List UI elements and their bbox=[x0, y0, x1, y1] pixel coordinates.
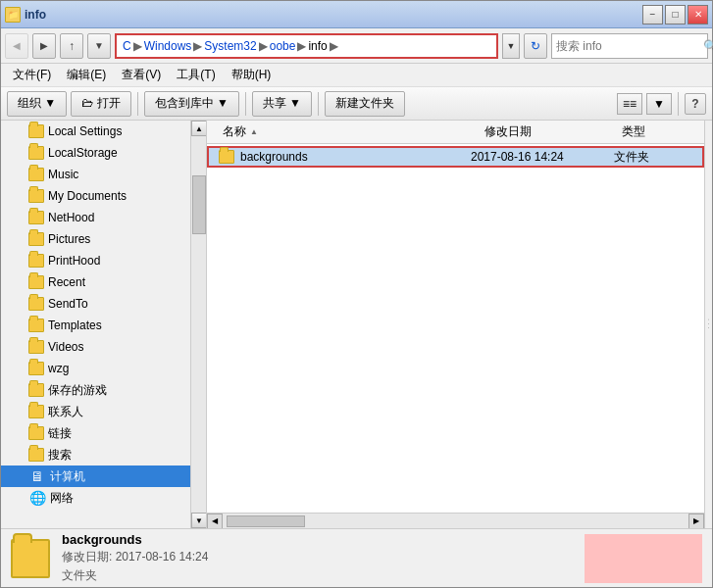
sidebar-label: 搜索 bbox=[48, 447, 72, 464]
status-folder-icon bbox=[11, 539, 50, 578]
toolbar-separator-2 bbox=[245, 92, 246, 116]
breadcrumb-oobe[interactable]: oobe bbox=[270, 39, 296, 53]
h-scroll-left[interactable]: ◀ bbox=[207, 514, 223, 529]
include-button[interactable]: 包含到库中 ▼ bbox=[144, 91, 239, 117]
share-button[interactable]: 共享 ▼ bbox=[252, 91, 312, 117]
view-dropdown-button[interactable]: ▼ bbox=[646, 93, 672, 115]
sidebar-scrollbar: ▲ ▼ bbox=[190, 121, 206, 528]
sidebar-item-pictures[interactable]: Pictures bbox=[1, 228, 190, 250]
resize-dots: ··· bbox=[704, 318, 712, 331]
folder-icon bbox=[28, 426, 44, 440]
sidebar-item-wzg[interactable]: wzg bbox=[1, 358, 190, 379]
organize-label: 组织 ▼ bbox=[18, 95, 56, 112]
help-button[interactable]: ? bbox=[685, 93, 706, 115]
maximize-button[interactable]: □ bbox=[665, 5, 686, 24]
folder-icon bbox=[28, 405, 44, 418]
scroll-track bbox=[191, 136, 206, 513]
col-name-label: 名称 bbox=[223, 123, 246, 140]
status-date: 修改日期: 2017-08-16 14:24 bbox=[62, 549, 208, 565]
include-label: 包含到库中 ▼ bbox=[155, 95, 229, 112]
folder-icon bbox=[28, 297, 44, 311]
folder-icon bbox=[28, 318, 44, 332]
sidebar-label: 计算机 bbox=[50, 468, 85, 485]
sidebar-label: My Documents bbox=[48, 189, 127, 203]
sidebar-item-localstorage[interactable]: LocalStorage bbox=[1, 142, 190, 164]
sep5: ▶ bbox=[330, 39, 338, 53]
open-button[interactable]: 🗁 打开 bbox=[71, 91, 130, 117]
open-label: 🗁 打开 bbox=[81, 95, 120, 112]
sidebar-item-saved-games[interactable]: 保存的游戏 bbox=[1, 379, 190, 401]
sidebar-item-search[interactable]: 搜索 bbox=[1, 444, 190, 466]
scroll-down-button[interactable]: ▼ bbox=[191, 513, 207, 528]
forward-button[interactable]: ▶ bbox=[32, 33, 56, 59]
view-button[interactable]: ≡≡ bbox=[617, 93, 642, 115]
new-folder-button[interactable]: 新建文件夹 bbox=[325, 91, 405, 117]
folder-icon bbox=[28, 189, 44, 203]
menu-edit[interactable]: 编辑(E) bbox=[59, 64, 114, 86]
window: 📁 info − □ ✕ ◀ ▶ ↑ ▼ C ▶ Windows ▶ Syste… bbox=[0, 0, 713, 588]
breadcrumb-info: info bbox=[308, 39, 327, 53]
sidebar-item-my-documents[interactable]: My Documents bbox=[1, 185, 190, 207]
menu-help[interactable]: 帮助(H) bbox=[224, 64, 280, 86]
sidebar-label: PrintHood bbox=[48, 254, 100, 268]
toolbar-separator-1 bbox=[137, 92, 138, 116]
h-scroll-track bbox=[223, 514, 688, 529]
sidebar-label: wzg bbox=[48, 362, 69, 375]
title-controls: − □ ✕ bbox=[642, 5, 708, 24]
breadcrumb-c[interactable]: C bbox=[123, 39, 131, 53]
status-info: backgrounds 修改日期: 2017-08-16 14:24 文件夹 bbox=[62, 532, 208, 584]
status-folder-name: backgrounds bbox=[62, 532, 208, 547]
file-item-backgrounds[interactable]: backgrounds 2017-08-16 14:24 文件夹 bbox=[207, 146, 704, 168]
sidebar-list: Local Settings LocalStorage Music My Doc… bbox=[1, 121, 190, 528]
organize-button[interactable]: 组织 ▼ bbox=[7, 91, 67, 117]
refresh-button[interactable]: ↻ bbox=[524, 33, 547, 59]
scroll-thumb[interactable] bbox=[192, 175, 206, 234]
col-header-date[interactable]: 修改日期 bbox=[479, 121, 616, 143]
folder-icon bbox=[28, 232, 44, 246]
sidebar-item-printhood[interactable]: PrintHood bbox=[1, 250, 190, 271]
toolbar-separator-3 bbox=[318, 92, 319, 116]
search-button[interactable]: 🔍 bbox=[703, 35, 713, 57]
sidebar-item-nethood[interactable]: NetHood bbox=[1, 207, 190, 228]
close-button[interactable]: ✕ bbox=[688, 5, 708, 24]
folder-icon bbox=[28, 211, 44, 224]
up-button[interactable]: ↑ bbox=[60, 33, 83, 59]
search-input[interactable] bbox=[556, 39, 703, 53]
sidebar-item-contacts[interactable]: 联系人 bbox=[1, 401, 190, 422]
breadcrumb-dropdown[interactable]: ▼ bbox=[502, 33, 520, 59]
h-scroll-thumb[interactable] bbox=[227, 515, 305, 527]
col-header-type[interactable]: 类型 bbox=[616, 121, 694, 143]
col-header-name[interactable]: 名称 ▲ bbox=[217, 121, 479, 143]
nav-bar: ◀ ▶ ↑ ▼ C ▶ Windows ▶ System32 ▶ oobe ▶ … bbox=[1, 28, 712, 64]
h-scroll-right[interactable]: ▶ bbox=[688, 514, 704, 529]
scroll-up-button[interactable]: ▲ bbox=[191, 121, 207, 136]
sidebar-label: 联系人 bbox=[48, 404, 83, 420]
sidebar-label: NetHood bbox=[48, 211, 94, 224]
sidebar-item-local-settings[interactable]: Local Settings bbox=[1, 121, 190, 142]
title-bar: 📁 info − □ ✕ bbox=[1, 1, 712, 28]
status-right-panel bbox=[585, 534, 702, 583]
breadcrumb-system32[interactable]: System32 bbox=[204, 39, 256, 53]
sidebar-item-music[interactable]: Music bbox=[1, 164, 190, 185]
minimize-button[interactable]: − bbox=[642, 5, 663, 24]
resize-handle[interactable]: ··· bbox=[704, 121, 712, 528]
sidebar: Local Settings LocalStorage Music My Doc… bbox=[1, 121, 207, 528]
breadcrumb-windows[interactable]: Windows bbox=[144, 39, 192, 53]
sidebar-label: LocalStorage bbox=[48, 146, 118, 160]
back-button[interactable]: ◀ bbox=[5, 33, 28, 59]
sidebar-item-links[interactable]: 链接 bbox=[1, 422, 190, 444]
status-bar: backgrounds 修改日期: 2017-08-16 14:24 文件夹 bbox=[1, 528, 712, 587]
sidebar-item-network[interactable]: 🌐 网络 bbox=[1, 487, 190, 509]
menu-tools[interactable]: 工具(T) bbox=[169, 64, 223, 86]
menu-file[interactable]: 文件(F) bbox=[5, 64, 59, 86]
sidebar-item-videos[interactable]: Videos bbox=[1, 336, 190, 358]
window-icon: 📁 bbox=[5, 7, 21, 23]
sidebar-item-sendto[interactable]: SendTo bbox=[1, 293, 190, 315]
sidebar-item-computer[interactable]: 🖥 计算机 bbox=[1, 466, 190, 487]
sidebar-item-recent[interactable]: Recent bbox=[1, 271, 190, 293]
sidebar-label: 网络 bbox=[50, 490, 74, 507]
recent-button[interactable]: ▼ bbox=[87, 33, 111, 59]
menu-view[interactable]: 查看(V) bbox=[114, 64, 169, 86]
sidebar-item-templates[interactable]: Templates bbox=[1, 315, 190, 336]
folder-icon bbox=[28, 168, 44, 181]
